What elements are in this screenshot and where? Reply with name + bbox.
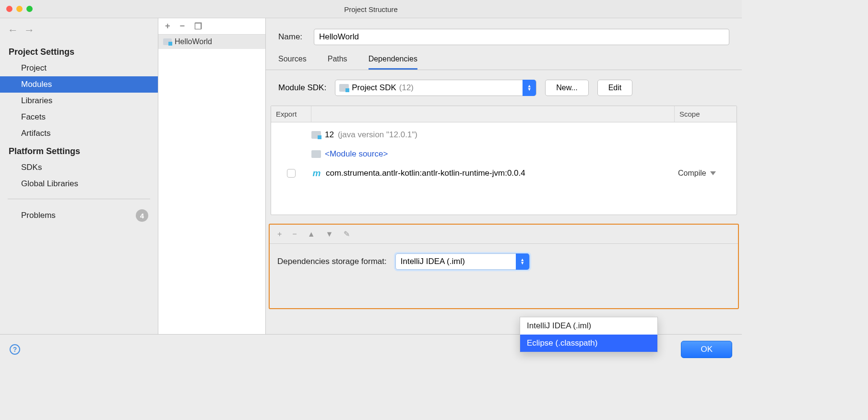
dependency-toolbar: + − ▲ ▼ ✎ [270,225,738,244]
chevron-updown-icon: ▲▼ [523,80,536,96]
dep-label: 12 [325,130,334,140]
sdk-hint: (12) [399,83,414,93]
add-dependency-icon[interactable]: + [277,230,282,239]
module-name-input[interactable] [314,29,729,45]
chevron-updown-icon: ▲▼ [516,253,529,270]
table-row[interactable]: 12 (java version "12.0.1") [271,125,737,144]
storage-format-dropdown: IntelliJ IDEA (.iml) Eclipse (.classpath… [520,317,658,352]
dep-label: <Module source> [325,149,388,159]
module-sdk-select[interactable]: Project SDK (12) ▲▼ [335,80,536,96]
titlebar: Project Structure [0,0,742,18]
module-sdk-label: Module SDK: [278,83,326,93]
module-detail-panel: Name: Sources Paths Dependencies Module … [266,18,742,334]
edit-dependency-icon[interactable]: ✎ [344,229,350,239]
dep-label: com.strumenta.antlr-kotlin:antlr-kotlin-… [326,168,525,178]
storage-format-label: Dependencies storage format: [277,257,387,266]
remove-module-icon[interactable]: − [180,21,185,31]
module-folder-icon [163,38,172,45]
col-export: Export [271,106,311,122]
dropdown-option[interactable]: Eclipse (.classpath) [520,335,657,352]
dropdown-option[interactable]: IntelliJ IDEA (.iml) [520,317,657,335]
dep-hint: (java version "12.0.1") [338,130,417,140]
nav-back-icon[interactable]: ← [8,24,18,36]
copy-module-icon[interactable]: ❐ [194,21,202,32]
nav-libraries[interactable]: Libraries [0,93,158,109]
highlighted-region: + − ▲ ▼ ✎ Dependencies storage format: I… [269,224,739,309]
nav-sdks[interactable]: SDKs [0,159,158,176]
ok-button[interactable]: OK [681,341,732,358]
chevron-down-icon[interactable] [710,171,716,175]
move-up-icon[interactable]: ▲ [308,230,315,239]
nav-problems[interactable]: Problems 4 [0,206,158,225]
nav-facets[interactable]: Facets [0,109,158,125]
help-icon[interactable]: ? [10,344,20,355]
module-item[interactable]: HelloWorld [158,35,265,49]
table-row[interactable]: m com.strumenta.antlr-kotlin:antlr-kotli… [271,164,737,183]
problems-count-badge: 4 [136,209,148,222]
divider [8,199,150,199]
folder-icon [311,150,321,158]
dependencies-table: Export Scope 12 (java version "12.0.1") [271,106,737,215]
nav-project[interactable]: Project [0,60,158,76]
section-project-settings: Project Settings [0,42,158,60]
section-platform-settings: Platform Settings [0,142,158,159]
scope-value[interactable]: Compile [678,169,706,178]
nav-global-libraries[interactable]: Global Libraries [0,176,158,192]
module-name: HelloWorld [175,37,212,46]
sdk-folder-icon [339,84,349,92]
sdk-folder-icon [311,131,321,139]
export-checkbox[interactable] [287,169,296,178]
module-tabs: Sources Paths Dependencies [266,49,742,70]
tab-dependencies[interactable]: Dependencies [369,55,417,70]
minimize-window-button[interactable] [16,6,23,12]
sdk-new-button[interactable]: New... [545,80,588,96]
tab-paths[interactable]: Paths [328,55,347,70]
problems-label: Problems [21,211,56,220]
module-list-panel: + − ❐ HelloWorld [158,18,266,334]
name-label: Name: [278,32,302,42]
add-module-icon[interactable]: + [165,21,170,31]
table-row[interactable]: <Module source> [271,144,737,164]
nav-artifacts[interactable]: Artifacts [0,125,158,142]
remove-dependency-icon[interactable]: − [292,230,297,239]
nav-forward-icon[interactable]: → [24,24,35,36]
tab-sources[interactable]: Sources [278,55,307,70]
storage-format-select[interactable]: IntelliJ IDEA (.iml) ▲▼ [395,253,530,270]
storage-format-value: IntelliJ IDEA (.iml) [401,257,465,266]
nav-modules[interactable]: Modules [0,76,158,93]
sdk-edit-button[interactable]: Edit [597,80,633,96]
col-scope: Scope [674,106,737,122]
settings-sidebar: ← → Project Settings Project Modules Lib… [0,18,158,334]
sdk-value: Project SDK [352,83,396,93]
move-down-icon[interactable]: ▼ [326,230,333,239]
maximize-window-button[interactable] [26,6,33,12]
close-window-button[interactable] [6,6,12,12]
window-title: Project Structure [0,0,742,18]
maven-icon: m [311,168,322,179]
